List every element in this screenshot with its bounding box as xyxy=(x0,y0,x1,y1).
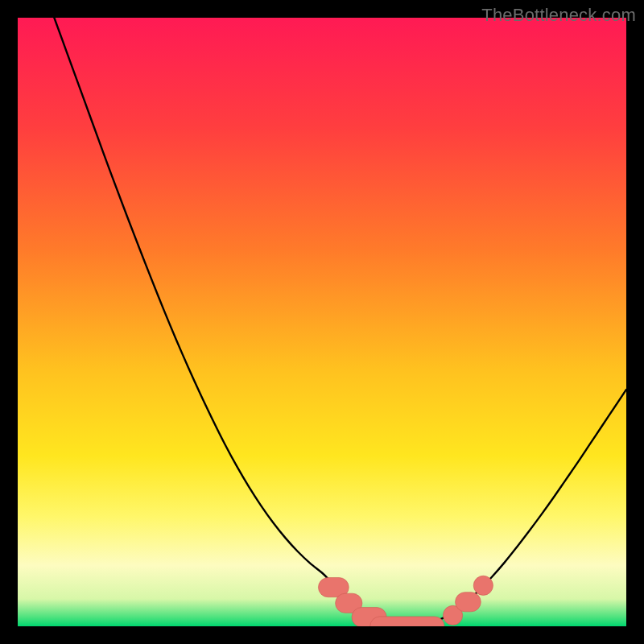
marker-dot xyxy=(473,576,493,595)
gradient-background xyxy=(18,18,626,626)
bottleneck-curve-chart xyxy=(18,18,626,626)
attribution-label: TheBottleneck.com xyxy=(481,5,636,26)
marker-capsule xyxy=(370,617,444,626)
marker-capsule xyxy=(456,592,481,612)
chart-frame: TheBottleneck.com xyxy=(0,0,644,644)
plot-area xyxy=(18,18,626,626)
